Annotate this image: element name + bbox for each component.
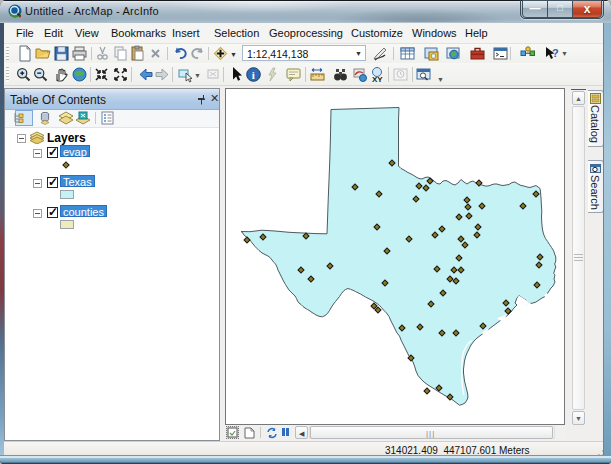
svg-text:XY: XY <box>372 75 383 83</box>
svg-text:i: i <box>252 69 255 81</box>
svg-text:?: ? <box>552 47 559 59</box>
